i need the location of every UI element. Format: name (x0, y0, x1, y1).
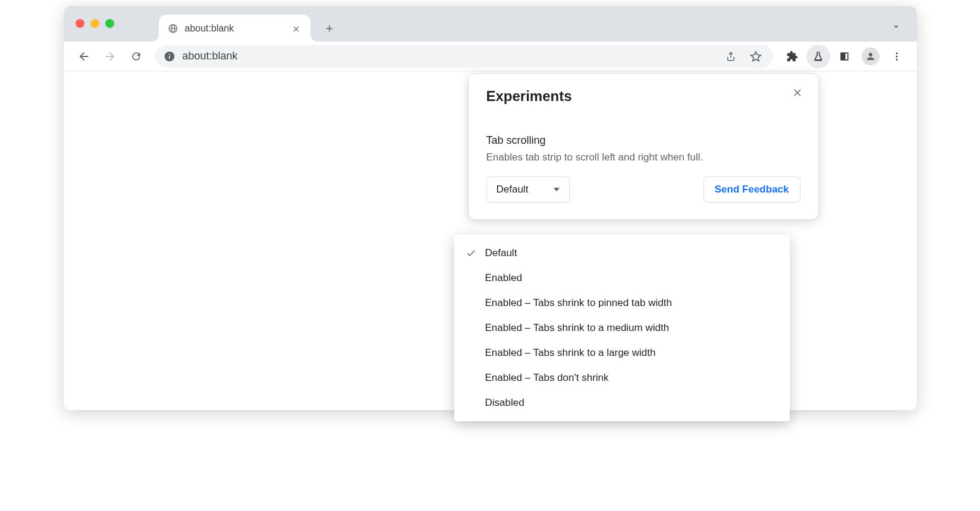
experiment-description: Enables tab strip to scroll left and rig… (486, 150, 800, 165)
new-tab-button[interactable] (319, 18, 340, 39)
share-icon[interactable] (722, 48, 740, 65)
close-window-button[interactable] (76, 19, 84, 28)
dropdown-option-label: Disabled (485, 397, 524, 409)
dropdown-option[interactable]: Enabled – Tabs shrink to a large width (454, 340, 790, 365)
popup-title: Experiments (486, 88, 572, 105)
side-panel-button[interactable] (833, 45, 856, 68)
avatar (862, 48, 880, 65)
profile-button[interactable] (859, 45, 882, 68)
dropdown-option[interactable]: Disabled (454, 390, 790, 415)
dropdown-option[interactable]: Enabled – Tabs don't shrink (454, 365, 790, 390)
maximize-window-button[interactable] (105, 19, 114, 28)
globe-icon (167, 23, 179, 34)
experiments-popup: Experiments Tab scrolling Enables tab st… (468, 73, 819, 220)
svg-point-2 (896, 58, 897, 60)
experiment-label: Tab scrolling (486, 134, 800, 147)
tabs-container: about:blank (159, 6, 340, 42)
dropdown-option[interactable]: Enabled (454, 266, 790, 291)
experiment-select[interactable]: Default (486, 176, 570, 203)
dropdown-option-label: Enabled – Tabs don't shrink (485, 372, 609, 384)
menu-button[interactable] (885, 45, 909, 68)
address-bar[interactable]: about:blank (155, 45, 773, 68)
popup-close-button[interactable] (789, 83, 806, 101)
url-text: about:blank (183, 50, 715, 62)
window-controls (76, 19, 114, 28)
check-icon (464, 248, 478, 258)
close-tab-button[interactable] (290, 23, 302, 34)
forward-button[interactable] (98, 45, 122, 68)
dropdown-option-label: Enabled – Tabs shrink to pinned tab widt… (485, 297, 672, 309)
site-info-icon[interactable] (164, 51, 175, 62)
svg-point-0 (896, 52, 897, 54)
feedback-label: Send Feedback (715, 184, 789, 195)
dropdown-option[interactable]: Enabled – Tabs shrink to a medium width (454, 316, 790, 340)
select-value: Default (497, 184, 529, 195)
minimize-window-button[interactable] (90, 19, 99, 28)
browser-window: about:blank about:blank (64, 6, 917, 410)
bookmark-star-icon[interactable] (747, 48, 765, 65)
back-button[interactable] (72, 45, 96, 68)
toolbar: about:blank (64, 42, 917, 71)
svg-point-1 (896, 55, 897, 57)
select-dropdown: DefaultEnabledEnabled – Tabs shrink to p… (454, 235, 790, 421)
tab-title: about:blank (185, 23, 284, 34)
reload-button[interactable] (124, 45, 148, 68)
dropdown-option[interactable]: Default (454, 241, 790, 266)
tab-active[interactable]: about:blank (159, 15, 310, 42)
tab-search-button[interactable] (886, 17, 906, 37)
dropdown-option-label: Enabled (485, 272, 522, 284)
send-feedback-button[interactable]: Send Feedback (703, 176, 800, 203)
dropdown-option-label: Default (485, 247, 517, 259)
chevron-down-icon (554, 188, 560, 191)
dropdown-option-label: Enabled – Tabs shrink to a large width (485, 347, 656, 359)
extensions-button[interactable] (780, 45, 804, 68)
dropdown-option-label: Enabled – Tabs shrink to a medium width (485, 322, 670, 334)
tab-strip: about:blank (64, 6, 917, 42)
dropdown-option[interactable]: Enabled – Tabs shrink to pinned tab widt… (454, 291, 790, 316)
experiments-flask-button[interactable] (806, 45, 830, 68)
